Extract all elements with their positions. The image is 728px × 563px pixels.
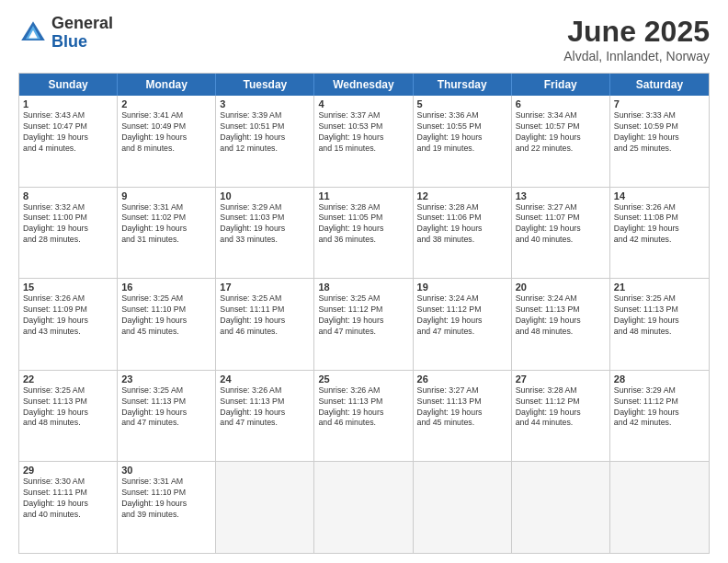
day-number: 26: [417, 373, 507, 385]
calendar-cell: 24Sunrise: 3:26 AM Sunset: 11:13 PM Dayl…: [216, 371, 314, 462]
day-number: 25: [318, 373, 408, 385]
logo: General Blue: [18, 15, 113, 52]
day-number: 29: [23, 465, 113, 476]
day-number: 5: [417, 98, 507, 109]
day-info: Sunrise: 3:30 AM Sunset: 11:11 PM Daylig…: [23, 477, 113, 521]
day-number: 2: [121, 98, 211, 109]
calendar-cell: 23Sunrise: 3:25 AM Sunset: 11:13 PM Dayl…: [118, 371, 216, 462]
calendar-cell: 22Sunrise: 3:25 AM Sunset: 11:13 PM Dayl…: [19, 371, 118, 462]
calendar-row-5: 29Sunrise: 3:30 AM Sunset: 11:11 PM Dayl…: [19, 461, 709, 553]
day-number: 4: [318, 98, 408, 109]
calendar-body: 1Sunrise: 3:43 AM Sunset: 10:47 PM Dayli…: [19, 96, 709, 553]
calendar-header: SundayMondayTuesdayWednesdayThursdayFrid…: [19, 74, 709, 96]
header-day-wednesday: Wednesday: [314, 74, 413, 96]
day-info: Sunrise: 3:26 AM Sunset: 11:13 PM Daylig…: [318, 385, 408, 430]
day-number: 6: [516, 98, 606, 109]
month-title: June 2025: [563, 15, 710, 49]
calendar-cell: 12Sunrise: 3:28 AM Sunset: 11:06 PM Dayl…: [414, 188, 512, 279]
day-info: Sunrise: 3:32 AM Sunset: 11:00 PM Daylig…: [23, 202, 113, 247]
day-number: 7: [614, 98, 705, 109]
logo-general-text: General: [51, 15, 113, 33]
header-day-saturday: Saturday: [610, 74, 709, 96]
day-info: Sunrise: 3:41 AM Sunset: 10:49 PM Daylig…: [121, 110, 211, 155]
location-title: Alvdal, Innlandet, Norway: [563, 49, 710, 63]
day-info: Sunrise: 3:27 AM Sunset: 11:07 PM Daylig…: [516, 202, 606, 247]
calendar-cell: 1Sunrise: 3:43 AM Sunset: 10:47 PM Dayli…: [19, 96, 118, 187]
day-number: 10: [220, 190, 310, 201]
day-number: 8: [23, 190, 113, 201]
day-info: Sunrise: 3:28 AM Sunset: 11:05 PM Daylig…: [318, 202, 408, 247]
day-info: Sunrise: 3:25 AM Sunset: 11:10 PM Daylig…: [121, 293, 211, 338]
day-number: 1: [23, 98, 113, 109]
day-info: Sunrise: 3:26 AM Sunset: 11:09 PM Daylig…: [23, 293, 113, 338]
calendar: SundayMondayTuesdayWednesdayThursdayFrid…: [18, 73, 710, 554]
day-info: Sunrise: 3:29 AM Sunset: 11:12 PM Daylig…: [614, 385, 705, 430]
day-number: 3: [220, 98, 310, 109]
calendar-row-1: 1Sunrise: 3:43 AM Sunset: 10:47 PM Dayli…: [19, 96, 709, 187]
logo-blue-text: Blue: [51, 33, 113, 52]
day-info: Sunrise: 3:26 AM Sunset: 11:08 PM Daylig…: [614, 202, 705, 247]
day-number: 23: [121, 373, 211, 385]
day-number: 14: [614, 190, 705, 201]
header: General Blue June 2025 Alvdal, Innlandet…: [18, 15, 710, 63]
calendar-cell: [314, 462, 413, 553]
calendar-cell: 27Sunrise: 3:28 AM Sunset: 11:12 PM Dayl…: [512, 371, 610, 462]
calendar-row-2: 8Sunrise: 3:32 AM Sunset: 11:00 PM Dayli…: [19, 187, 709, 279]
calendar-cell: 21Sunrise: 3:25 AM Sunset: 11:13 PM Dayl…: [610, 279, 709, 370]
calendar-row-3: 15Sunrise: 3:26 AM Sunset: 11:09 PM Dayl…: [19, 278, 709, 370]
calendar-cell: 15Sunrise: 3:26 AM Sunset: 11:09 PM Dayl…: [19, 279, 118, 370]
calendar-cell: 28Sunrise: 3:29 AM Sunset: 11:12 PM Dayl…: [610, 371, 709, 462]
day-info: Sunrise: 3:25 AM Sunset: 11:11 PM Daylig…: [220, 293, 310, 338]
page: General Blue June 2025 Alvdal, Innlandet…: [0, 0, 728, 563]
calendar-cell: 5Sunrise: 3:36 AM Sunset: 10:55 PM Dayli…: [414, 96, 512, 187]
day-info: Sunrise: 3:28 AM Sunset: 11:12 PM Daylig…: [516, 385, 606, 430]
day-number: 9: [121, 190, 211, 201]
day-info: Sunrise: 3:31 AM Sunset: 11:02 PM Daylig…: [121, 202, 211, 247]
day-number: 24: [220, 373, 310, 385]
calendar-cell: 29Sunrise: 3:30 AM Sunset: 11:11 PM Dayl…: [19, 462, 118, 553]
logo-text: General Blue: [51, 15, 113, 52]
title-block: June 2025 Alvdal, Innlandet, Norway: [563, 15, 710, 63]
calendar-cell: 30Sunrise: 3:31 AM Sunset: 11:10 PM Dayl…: [118, 462, 216, 553]
logo-icon: [18, 18, 48, 48]
day-number: 11: [318, 190, 408, 201]
day-info: Sunrise: 3:27 AM Sunset: 11:13 PM Daylig…: [417, 385, 507, 430]
calendar-cell: 19Sunrise: 3:24 AM Sunset: 11:12 PM Dayl…: [414, 279, 512, 370]
day-number: 16: [121, 282, 211, 293]
day-number: 19: [417, 282, 507, 293]
day-info: Sunrise: 3:25 AM Sunset: 11:12 PM Daylig…: [318, 293, 408, 338]
day-info: Sunrise: 3:31 AM Sunset: 11:10 PM Daylig…: [121, 477, 211, 521]
day-info: Sunrise: 3:39 AM Sunset: 10:51 PM Daylig…: [220, 110, 310, 155]
day-info: Sunrise: 3:24 AM Sunset: 11:13 PM Daylig…: [516, 293, 606, 338]
calendar-cell: [610, 462, 709, 553]
header-day-thursday: Thursday: [414, 74, 512, 96]
day-info: Sunrise: 3:43 AM Sunset: 10:47 PM Daylig…: [23, 110, 113, 155]
calendar-cell: 10Sunrise: 3:29 AM Sunset: 11:03 PM Dayl…: [216, 188, 314, 279]
day-info: Sunrise: 3:26 AM Sunset: 11:13 PM Daylig…: [220, 385, 310, 430]
header-day-monday: Monday: [118, 74, 216, 96]
header-day-tuesday: Tuesday: [216, 74, 314, 96]
calendar-cell: 20Sunrise: 3:24 AM Sunset: 11:13 PM Dayl…: [512, 279, 610, 370]
day-info: Sunrise: 3:28 AM Sunset: 11:06 PM Daylig…: [417, 202, 507, 247]
day-info: Sunrise: 3:37 AM Sunset: 10:53 PM Daylig…: [318, 110, 408, 155]
day-number: 28: [614, 373, 705, 385]
calendar-cell: 8Sunrise: 3:32 AM Sunset: 11:00 PM Dayli…: [19, 188, 118, 279]
day-number: 22: [23, 373, 113, 385]
calendar-cell: 13Sunrise: 3:27 AM Sunset: 11:07 PM Dayl…: [512, 188, 610, 279]
calendar-cell: [216, 462, 314, 553]
calendar-cell: 11Sunrise: 3:28 AM Sunset: 11:05 PM Dayl…: [314, 188, 413, 279]
day-number: 27: [516, 373, 606, 385]
calendar-cell: 16Sunrise: 3:25 AM Sunset: 11:10 PM Dayl…: [118, 279, 216, 370]
day-number: 17: [220, 282, 310, 293]
calendar-cell: 9Sunrise: 3:31 AM Sunset: 11:02 PM Dayli…: [118, 188, 216, 279]
calendar-cell: [512, 462, 610, 553]
calendar-cell: [414, 462, 512, 553]
header-day-sunday: Sunday: [19, 74, 118, 96]
day-number: 30: [121, 465, 211, 476]
calendar-cell: 14Sunrise: 3:26 AM Sunset: 11:08 PM Dayl…: [610, 188, 709, 279]
calendar-row-4: 22Sunrise: 3:25 AM Sunset: 11:13 PM Dayl…: [19, 370, 709, 462]
header-day-friday: Friday: [512, 74, 610, 96]
day-number: 18: [318, 282, 408, 293]
day-info: Sunrise: 3:36 AM Sunset: 10:55 PM Daylig…: [417, 110, 507, 155]
calendar-cell: 26Sunrise: 3:27 AM Sunset: 11:13 PM Dayl…: [414, 371, 512, 462]
